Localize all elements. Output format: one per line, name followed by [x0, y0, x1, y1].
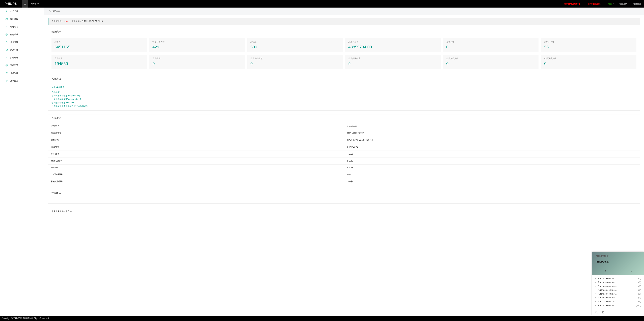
finance-icon [5, 33, 8, 36]
chevron-left-icon [40, 41, 40, 43]
sysinfo-key: Laravel [48, 165, 344, 171]
stat-card: 总购买个数56 [541, 38, 636, 52]
caret-down-icon [613, 3, 614, 4]
pending-withdraw-link[interactable]: @未处理提款(1) [584, 2, 606, 5]
notice-title: 系统通知 [48, 75, 640, 83]
home-icon [49, 10, 51, 12]
sidebar-item-roles[interactable]: 角色管理 [0, 38, 44, 46]
sidebar-item-menus[interactable]: 菜单管理 [0, 69, 44, 77]
welcome-lastlogin: ！ 上次登录时间:2022-05-08 01:21:20 [69, 20, 103, 22]
stat-value: 0 [446, 45, 536, 49]
sysinfo-key: 运行环境 [48, 143, 344, 150]
table-row: 执行时间限制300秒 [48, 178, 640, 185]
sidebar-item-label: 广告管理 [10, 56, 40, 59]
devteam-title: 开发团队 [48, 189, 640, 197]
sidebar-toggle[interactable] [22, 0, 28, 7]
notice-link[interactable]: 公司长名称标签:{CompanyLong} [52, 94, 636, 97]
svg-point-2 [6, 26, 7, 27]
stat-value: 194560 [54, 61, 144, 66]
table-row: MYSQL版本5.7.25 [48, 157, 640, 165]
stat-label: 当日充值人数 [446, 57, 536, 60]
sysinfo-table: 系统版本1.0.190311服务器地址lc.mianqianba.com操作系统… [48, 122, 640, 185]
stat-label: 注册会员人数 [152, 40, 242, 43]
sidebar-item-label: 管理帐号 [10, 25, 40, 28]
sidebar-item-news[interactable]: 项目新闻 [0, 15, 44, 23]
message-icon [5, 49, 8, 51]
current-user-dropdown[interactable]: root [606, 3, 616, 5]
table-row: PHP版本7.2.13 [48, 150, 640, 157]
sysinfo-key: 系统版本 [48, 122, 344, 129]
sidebar-item-label: 消息管理 [10, 48, 40, 51]
stat-label: 总提现 [250, 40, 340, 43]
notice-link[interactable]: 对应标签显示会替换成设置好的内容展示 [52, 104, 636, 108]
sidebar-item-admin[interactable]: 管理帐号 [0, 23, 44, 31]
chevron-left-icon [40, 49, 40, 51]
sidebar-item-options[interactable]: 选项配置 [0, 77, 44, 85]
breadcrumb-text: 我的桌面 [52, 10, 60, 12]
stats-row: 总收入6451165注册会员人数429总提现500总用户余额43859734.0… [48, 36, 640, 52]
stat-value: 9 [348, 61, 438, 66]
sidebar-item-members[interactable]: 会员管理 [0, 7, 44, 15]
table-row: 操作系统Linux 3.10.0-957.el7.x86_64 [48, 136, 640, 143]
sysinfo-value: Linux 3.10.0-957.el7.x86_64 [344, 136, 640, 143]
sysinfo-value: 1.0.190311 [344, 122, 640, 129]
chevron-left-icon [40, 34, 40, 35]
stat-label: 当日提现 [152, 57, 242, 60]
table-row: 运行环境nginx/1.20.1 [48, 143, 640, 150]
menu-icon [24, 3, 26, 5]
sidebar-item-label: 会员管理 [10, 10, 40, 13]
table-row: 上传附件限制50M [48, 171, 640, 178]
notice-link[interactable]: 新版1.2上线了 [52, 85, 636, 89]
svg-rect-1 [6, 18, 8, 20]
chevron-left-icon [40, 65, 40, 66]
notice-link[interactable]: 内容标签: [52, 90, 636, 94]
admin-icon [5, 26, 8, 28]
stat-label: 总用户余额 [348, 40, 438, 43]
stat-label: 总收入 [54, 40, 144, 43]
sysinfo-key: 操作系统 [48, 136, 344, 143]
sidebar: 会员管理 项目新闻 管理帐号 财务管理 角色管理 消息管理 广告管理 系统设置 [0, 7, 44, 225]
table-row: Laravel5.8.26 [48, 165, 640, 171]
stat-card: 总用户余额43859734.00 [345, 38, 440, 52]
sidebar-item-system[interactable]: 系统设置 [0, 61, 44, 69]
breadcrumb: 我的桌面 [44, 7, 644, 14]
stat-card: 总提现500 [247, 38, 343, 52]
notice-link[interactable]: 公司短名称标签:{CompanyShort} [52, 97, 636, 101]
sysinfo-key: PHP版本 [48, 150, 344, 157]
sidebar-item-ads[interactable]: 广告管理 [0, 54, 44, 61]
sidebar-item-label: 菜单管理 [10, 72, 40, 74]
sysinfo-value: 50M [344, 171, 640, 178]
stat-label: 今日注册人数 [544, 57, 634, 60]
stat-value: 500 [250, 45, 340, 49]
sysinfo-value: 5.7.25 [344, 157, 640, 165]
sysinfo-key: 服务器地址 [48, 129, 344, 136]
notice-panel: 系统通知 新版1.2上线了内容标签:公司长名称标签:{CompanyLong}公… [48, 75, 640, 111]
stat-label: 当日收入 [54, 57, 144, 60]
sidebar-item-messages[interactable]: 消息管理 [0, 46, 44, 54]
sidebar-item-label: 系统设置 [10, 64, 40, 67]
table-row: 系统版本1.0.190311 [48, 122, 640, 129]
chevron-left-icon [40, 26, 40, 27]
sliders-icon [5, 80, 8, 82]
stat-value: 0 [544, 61, 634, 66]
stat-card: 当日收入194560 [52, 55, 147, 69]
bullhorn-icon [5, 56, 8, 59]
stat-value: 0 [152, 61, 242, 66]
notice-link[interactable]: 会员帐号标签:{UserName} [52, 101, 636, 104]
front-home-link[interactable]: 前台首页 [630, 2, 644, 5]
welcome-prefix: 欢迎管理员： [52, 20, 64, 22]
sidebar-item-label: 财务管理 [10, 33, 40, 36]
stat-label: 总购买个数 [544, 40, 634, 43]
caret-down-icon [38, 3, 39, 4]
add-new-dropdown[interactable]: +新增 [28, 2, 42, 5]
stat-card: 充值人数0 [443, 38, 538, 52]
stat-card: 当日购买数量9 [345, 55, 440, 69]
pending-recharge-link[interactable]: @未处理充值(20) [560, 2, 584, 5]
support-box: 本系统由提供技术支持。 [48, 207, 640, 216]
sidebar-item-finance[interactable]: 财务管理 [0, 31, 44, 38]
sysinfo-panel: 系统信息 系统版本1.0.190311服务器地址lc.mianqianba.co… [48, 114, 640, 185]
gear-icon [5, 64, 8, 67]
clear-cache-link[interactable]: 清空缓存 [616, 2, 630, 5]
sysinfo-value: 7.2.13 [344, 150, 640, 157]
stat-value: 6451165 [54, 45, 144, 49]
